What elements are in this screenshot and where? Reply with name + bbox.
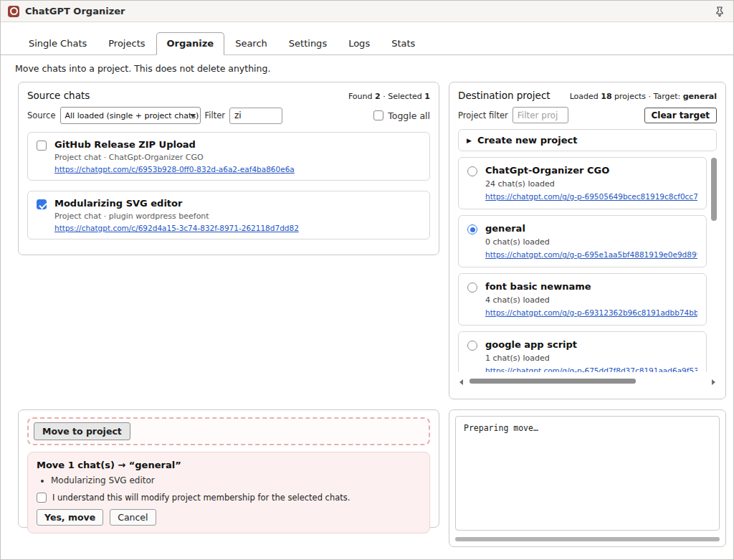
tab-stats[interactable]: Stats — [381, 32, 426, 55]
move-log-output[interactable]: Preparing move… — [455, 416, 720, 531]
scrollbar-thumb[interactable] — [711, 158, 717, 221]
move-to-project-button[interactable]: Move to project — [34, 422, 130, 440]
project-link[interactable]: https://chatgpt.com/g/g-p-675dd7f8d37c81… — [485, 366, 697, 372]
project-list: ChatGpt-Organizer CGO 24 chat(s) loaded … — [458, 157, 717, 372]
chat-checkbox[interactable] — [37, 141, 47, 151]
pin-icon[interactable] — [713, 5, 726, 18]
tab-settings[interactable]: Settings — [278, 32, 338, 55]
project-link[interactable]: https://chatgpt.com/g/g-p-69312362b96c81… — [485, 308, 697, 318]
toggle-all-label: Toggle all — [388, 110, 430, 121]
source-controls-row: Source All loaded (single + project chat… — [19, 104, 439, 124]
destination-controls-row: Project filter Clear target — [449, 104, 725, 123]
project-row[interactable]: google app script 1 chat(s) loaded https… — [458, 331, 707, 372]
chat-link[interactable]: https://chatgpt.com/c/6953b928-0ff0-832d… — [54, 165, 295, 174]
confirm-buttons-row: Yes, move Cancel — [37, 509, 421, 526]
source-filter-input[interactable] — [229, 108, 282, 124]
move-action-panel: Move to project Move 1 chat(s) → “genera… — [18, 409, 439, 528]
chat-subtitle: Project chat · ChatGpt-Organizer CGO — [54, 153, 295, 162]
confirm-chat-list: Modularizing SVG editor — [51, 475, 421, 486]
destination-loaded-target: Loaded 18 projects · Target: general — [570, 92, 717, 101]
project-filter-label: Project filter — [458, 110, 508, 120]
toggle-all-checkbox[interactable] — [373, 110, 383, 120]
project-radio[interactable] — [467, 224, 477, 234]
source-select-value: All loaded (single + project chats) — [65, 111, 199, 120]
confirm-chat-item: Modularizing SVG editor — [51, 475, 421, 486]
source-select[interactable]: All loaded (single + project chats) — [60, 107, 201, 124]
chat-title: Modularizing SVG editor — [54, 198, 299, 209]
source-filter-label: Filter — [205, 110, 225, 120]
tab-organize[interactable]: Organize — [156, 32, 225, 55]
confirm-understand-checkbox[interactable] — [37, 493, 47, 503]
project-chat-count: 0 chat(s) loaded — [485, 237, 697, 247]
tab-bar: Single Chats Projects Organize Search Se… — [1, 32, 733, 55]
tab-label: Settings — [289, 38, 327, 49]
confirm-title: Move 1 chat(s) → “general” — [37, 460, 421, 470]
tab-label: Logs — [348, 38, 370, 49]
project-chat-count: 4 chat(s) loaded — [485, 295, 697, 305]
project-radio[interactable] — [467, 283, 477, 293]
source-panel-title: Source chats — [27, 90, 90, 101]
project-link[interactable]: https://chatgpt.com/g/g-p-695e1aa5bf4881… — [485, 250, 697, 260]
tab-label: Organize — [167, 38, 214, 49]
project-radio[interactable] — [467, 166, 477, 176]
destination-panel-header: Destination project Loaded 18 projects ·… — [449, 82, 725, 104]
tab-search[interactable]: Search — [224, 32, 278, 55]
source-select-label: Source — [27, 110, 56, 120]
confirm-checkbox-row: I understand this will modify project me… — [37, 493, 421, 503]
clear-target-button[interactable]: Clear target — [644, 108, 717, 123]
source-panel-header: Source chats Found 2 · Selected 1 — [19, 82, 439, 104]
source-found-selected: Found 2 · Selected 1 — [348, 92, 430, 101]
create-new-project-label: Create new project — [477, 135, 578, 146]
project-chat-count: 24 chat(s) loaded — [485, 179, 697, 189]
move-confirmation-box: Move 1 chat(s) → “general” Modularizing … — [27, 452, 430, 533]
chat-title: GitHub Release ZIP Upload — [54, 139, 295, 150]
project-row[interactable]: font basic newname 4 chat(s) loaded http… — [458, 273, 707, 326]
destination-panel-title: Destination project — [458, 90, 550, 101]
destination-project-panel: Destination project Loaded 18 projects ·… — [449, 82, 726, 399]
project-name: font basic newname — [485, 281, 697, 293]
project-link[interactable]: https://chatgpt.com/g/g-p-69505649bcec81… — [485, 192, 697, 201]
move-button-container: Move to project — [27, 417, 430, 445]
tab-label: Single Chats — [29, 38, 87, 49]
project-name: google app script — [485, 339, 697, 351]
scrollbar-thumb[interactable] — [455, 537, 720, 541]
tab-label: Stats — [391, 38, 415, 49]
app-icon — [8, 6, 19, 17]
tab-single-chats[interactable]: Single Chats — [18, 32, 97, 55]
project-name: general — [485, 223, 697, 234]
project-row[interactable]: general 0 chat(s) loaded https://chatgpt… — [458, 215, 707, 267]
chat-subtitle: Project chat · plugin wordpress beefont — [54, 212, 299, 221]
tab-projects[interactable]: Projects — [97, 32, 156, 55]
tab-logs[interactable]: Logs — [338, 32, 381, 55]
cancel-button[interactable]: Cancel — [110, 509, 156, 526]
project-chat-count: 1 chat(s) loaded — [485, 353, 697, 364]
project-list-viewport: ChatGpt-Organizer CGO 24 chat(s) loaded … — [458, 157, 717, 372]
source-chat-list: GitHub Release ZIP Upload Project chat ·… — [19, 124, 439, 239]
scroll-left-icon[interactable] — [459, 379, 463, 385]
log-horizontal-scrollbar[interactable] — [455, 536, 720, 542]
confirm-checkbox-label: I understand this will modify project me… — [52, 493, 350, 503]
create-new-project-toggle[interactable]: ▶ Create new project — [458, 129, 717, 151]
yes-move-button[interactable]: Yes, move — [37, 509, 103, 526]
project-filter-input[interactable] — [513, 107, 568, 123]
project-row[interactable]: ChatGpt-Organizer CGO 24 chat(s) loaded … — [458, 157, 707, 209]
chat-checkbox[interactable] — [37, 199, 47, 209]
window-title: ChatGPT Organizer — [25, 6, 125, 16]
tab-label: Projects — [108, 38, 145, 49]
page-description: Move chats into a project. This does not… — [15, 63, 719, 74]
move-log-panel: Preparing move… — [449, 409, 726, 547]
project-radio[interactable] — [467, 341, 477, 351]
chat-row[interactable]: GitHub Release ZIP Upload Project chat ·… — [27, 132, 430, 181]
chat-link[interactable]: https://chatgpt.com/c/692d4a15-3c74-832f… — [54, 224, 299, 232]
scrollbar-thumb[interactable] — [470, 379, 636, 384]
project-list-horizontal-scrollbar[interactable] — [458, 377, 717, 385]
scroll-right-icon[interactable] — [712, 379, 715, 385]
chat-row[interactable]: Modularizing SVG editor Project chat · p… — [27, 191, 430, 239]
app-window: ChatGPT Organizer Single Chats Projects … — [0, 0, 734, 560]
project-name: ChatGpt-Organizer CGO — [485, 165, 697, 176]
source-chats-panel: Source chats Found 2 · Selected 1 Source… — [18, 82, 439, 255]
project-list-vertical-scrollbar[interactable] — [710, 157, 717, 372]
tab-label: Search — [235, 38, 267, 49]
titlebar: ChatGPT Organizer — [1, 1, 733, 22]
chevron-down-icon — [190, 114, 196, 118]
